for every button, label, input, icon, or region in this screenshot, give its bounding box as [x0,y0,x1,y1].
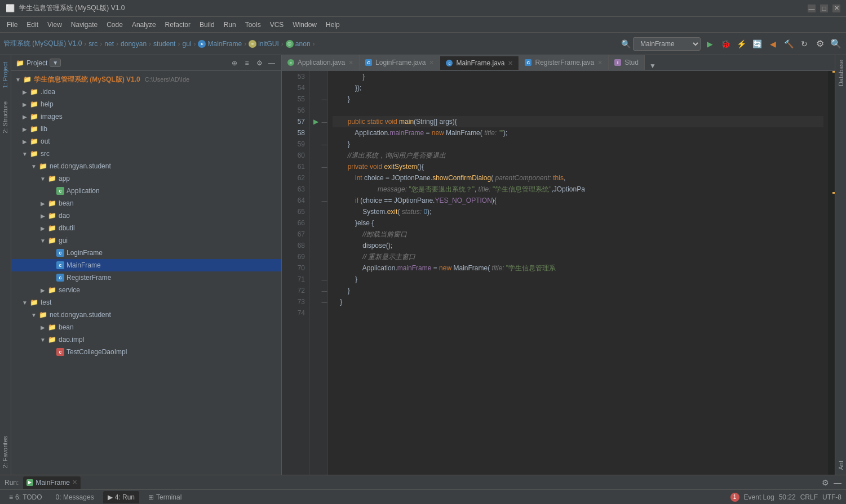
tree-app[interactable]: ▼ 📁 app [11,172,281,185]
images-toggle[interactable]: ▶ [20,112,29,121]
tree-registerframe[interactable]: ▶ c RegisterFrame [11,271,281,284]
tree-help[interactable]: ▶ 📁 help [11,98,281,110]
project-tab-vertical[interactable]: 1: Project [0,55,11,95]
bean-toggle[interactable]: ▶ [38,199,47,208]
terminal-tab[interactable]: ⊞ Terminal [144,491,186,503]
minimize-button[interactable]: — [808,5,816,12]
search-everywhere-button[interactable]: 🔍 [829,37,843,51]
run-tab-mainframe[interactable]: ▶ MainFrame ✕ [23,476,81,489]
run-config-selector[interactable]: MainFrame [633,37,701,51]
tab-more[interactable]: ▼ [645,62,661,70]
menu-build[interactable]: Build [195,19,219,31]
breadcrumb-project[interactable]: 管理系统 (MySQL版) V1.0 [3,39,82,48]
dbutil-toggle[interactable]: ▶ [38,224,47,233]
menu-run[interactable]: Run [219,19,241,31]
fold-61[interactable]: — [321,161,327,172]
run-button[interactable]: ▶ [703,37,716,51]
tree-gui[interactable]: ▼ 📁 gui [11,234,281,247]
menu-file[interactable]: File [2,19,22,31]
breadcrumb-anon[interactable]: anon [295,40,311,48]
code-content[interactable]: } }); } public [328,71,828,475]
breadcrumb-src[interactable]: src [88,40,98,48]
database-tab[interactable]: Database [836,55,845,91]
fold-55[interactable]: — [321,93,327,105]
locate-button[interactable]: ⊕ [229,58,240,68]
tree-dao[interactable]: ▶ 📁 dao [11,209,281,222]
tree-service[interactable]: ▶ 📁 service [11,284,281,296]
service-toggle[interactable]: ▶ [38,286,47,295]
tree-net-dongyan[interactable]: ▼ 📁 net.dongyan.student [11,160,281,172]
breadcrumb-gui[interactable]: gui [182,40,191,48]
tree-root[interactable]: ▼ 📁 学生信息管理系统 (MySQL版) V1.0 C:\Users\AD\I… [11,73,281,86]
tree-test[interactable]: ▼ 📁 test [11,296,281,309]
profile-button[interactable]: 🔄 [750,37,764,51]
run-tab-bottom[interactable]: ▶ 4: Run [103,491,139,503]
tree-bean[interactable]: ▶ 📁 bean [11,197,281,209]
close-button[interactable]: ✕ [832,5,840,12]
tree-lib[interactable]: ▶ 📁 lib [11,123,281,135]
fold-72[interactable]: — [321,285,327,296]
test-net-toggle[interactable]: ▼ [29,310,38,319]
tree-testcollegedaoimpl[interactable]: ▶ c TestCollegeDaoImpl [11,346,281,358]
event-log-label[interactable]: Event Log [744,493,774,501]
tree-dao-impl[interactable]: ▼ 📁 dao.impl [11,333,281,346]
collapse-button[interactable]: ≡ [242,58,252,68]
src-toggle[interactable]: ▼ [20,149,29,158]
tree-dbutil[interactable]: ▶ 📁 dbutil [11,222,281,234]
menu-view[interactable]: View [43,19,67,31]
breadcrumb-student[interactable]: student [153,40,175,48]
dao-toggle[interactable]: ▶ [38,211,47,220]
update-button[interactable]: ↻ [798,37,811,51]
tree-test-net-dongyan[interactable]: ▼ 📁 net.dongyan.student [11,309,281,321]
revert-button[interactable]: ◀ [766,37,779,51]
menu-code[interactable]: Code [102,19,127,31]
fold-64[interactable]: — [321,195,327,206]
tree-mainframe[interactable]: ▶ c MainFrame [11,259,281,271]
fold-57[interactable]: — [321,116,327,127]
tab-mainframe-close[interactable]: ✕ [508,60,513,67]
dao-impl-toggle[interactable]: ▼ [38,335,47,344]
run-tab-close[interactable]: ✕ [72,479,77,486]
menu-vcs[interactable]: VCS [265,19,289,31]
tree-src[interactable]: ▼ 📁 src [11,148,281,160]
fold-71[interactable]: — [321,274,327,285]
favorites-tab-vertical[interactable]: 2: Favorites [0,429,11,475]
todo-tab[interactable]: ≡ 6: TODO [5,491,47,503]
tab-mainframe[interactable]: c MainFrame.java ✕ [440,55,519,70]
idea-toggle[interactable]: ▶ [20,87,29,96]
run-coverage-button[interactable]: ⚡ [734,37,748,51]
tree-idea[interactable]: ▶ 📁 .idea [11,86,281,98]
run-minimize-button[interactable]: — [834,478,841,487]
tree-images[interactable]: ▶ 📁 images [11,110,281,123]
debug-button[interactable]: 🐞 [719,37,732,51]
tree-application[interactable]: ▶ c Application [11,185,281,197]
tab-application-close[interactable]: ✕ [348,59,353,66]
lib-toggle[interactable]: ▶ [20,124,29,133]
out-toggle[interactable]: ▶ [20,137,29,146]
test-bean-toggle[interactable]: ▶ [38,323,47,332]
tab-loginframe[interactable]: C LoginFrame.java ✕ [360,55,440,70]
sidebar-minimize[interactable]: — [267,58,277,68]
menu-analyze[interactable]: Analyze [127,19,161,31]
test-toggle[interactable]: ▼ [20,298,29,307]
tab-registerframe[interactable]: C RegisterFrame.java ✕ [519,55,609,70]
tree-out[interactable]: ▶ 📁 out [11,135,281,148]
ant-tab[interactable]: Ant [836,456,845,475]
tab-loginframe-close[interactable]: ✕ [429,59,434,66]
run-arrow-57[interactable]: ▶ [313,118,318,126]
menu-tools[interactable]: Tools [241,19,265,31]
menu-refactor[interactable]: Refactor [161,19,195,31]
menu-navigate[interactable]: Navigate [67,19,102,31]
breadcrumb-dongyan[interactable]: dongyan [121,40,147,48]
menu-window[interactable]: Window [288,19,321,31]
menu-edit[interactable]: Edit [22,19,43,31]
breadcrumb-initgui[interactable]: initGUI [258,40,279,48]
app-toggle[interactable]: ▼ [38,174,47,183]
structure-tab-vertical[interactable]: 2: Structure [0,95,11,140]
breadcrumb-mainframe[interactable]: MainFrame [207,40,242,48]
tree-root-toggle[interactable]: ▼ [14,75,23,84]
fold-73[interactable]: — [321,296,327,307]
build-button[interactable]: 🔨 [782,37,795,51]
settings-gear[interactable]: ⚙ [254,58,264,68]
messages-tab[interactable]: 0: Messages [51,491,99,503]
